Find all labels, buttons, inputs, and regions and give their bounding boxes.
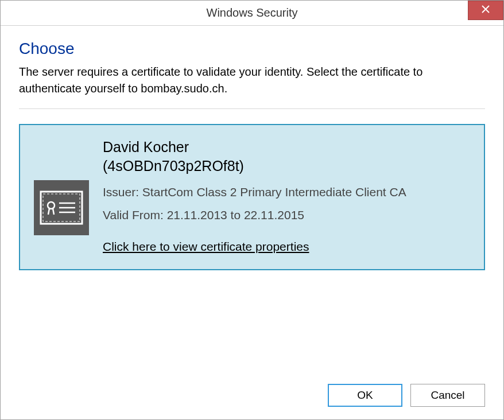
dialog-heading: Choose [19, 40, 485, 58]
svg-line-6 [53, 208, 54, 215]
dialog-window: Windows Security Choose The server requi… [0, 0, 504, 420]
close-button[interactable] [468, 1, 503, 20]
window-title: Windows Security [207, 6, 298, 20]
view-certificate-properties-link[interactable]: Click here to view certificate propertie… [103, 238, 309, 255]
titlebar: Windows Security [1, 1, 503, 26]
certificate-validity: Valid From: 21.11.2013 to 22.11.2015 [103, 208, 470, 222]
close-icon [482, 5, 490, 15]
separator [19, 108, 485, 109]
certificate-icon [34, 180, 89, 235]
dialog-description: The server requires a certificate to val… [19, 64, 485, 97]
cancel-button[interactable]: Cancel [410, 384, 485, 407]
certificate-details: David Kocher (4sOBDn703p2ROf8t) Issuer: … [103, 139, 470, 255]
certificate-name: David Kocher [103, 139, 470, 155]
button-row: OK Cancel [1, 372, 503, 419]
certificate-icon-wrap [34, 139, 89, 235]
certificate-issuer: Issuer: StartCom Class 2 Primary Interme… [103, 184, 470, 200]
certificate-card[interactable]: David Kocher (4sOBDn703p2ROf8t) Issuer: … [19, 124, 485, 270]
svg-point-4 [48, 202, 55, 209]
dialog-content: Choose The server requires a certificate… [1, 26, 503, 372]
certificate-identifier: (4sOBDn703p2ROf8t) [103, 158, 470, 174]
ok-button[interactable]: OK [328, 384, 402, 407]
svg-line-5 [48, 208, 49, 215]
